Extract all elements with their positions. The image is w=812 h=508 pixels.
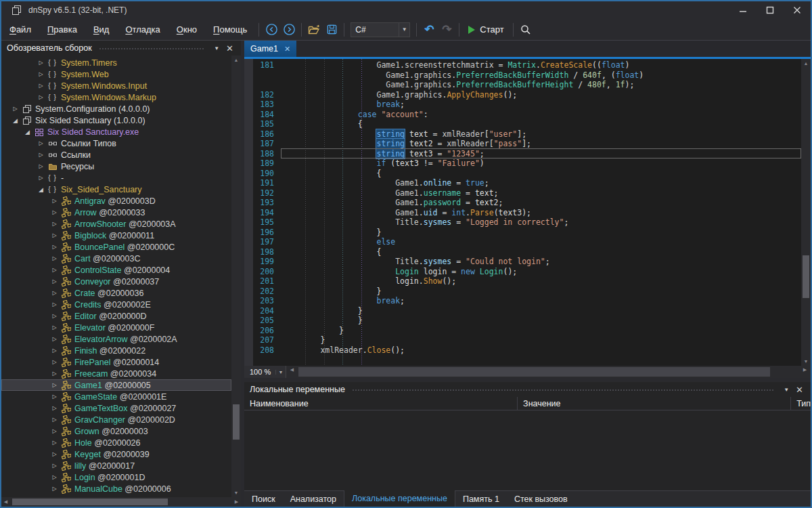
scroll-left-arrow[interactable]: ◀ [1, 499, 10, 505]
code-line[interactable]: 185 { [244, 119, 801, 129]
menu-item-help[interactable]: Помощь [205, 24, 255, 35]
expander-collapsed-icon[interactable]: ▷ [49, 232, 60, 238]
language-select[interactable]: C# ▼ [351, 22, 410, 37]
expander-collapsed-icon[interactable]: ▷ [35, 152, 47, 158]
expander-collapsed-icon[interactable]: ▷ [49, 463, 60, 469]
menu-item-view[interactable]: Вид [85, 24, 118, 35]
tree-item-manualcube[interactable]: ▷ManualCube @02000006 [1, 483, 231, 494]
code-line[interactable]: 187 string text2 = xmlReader["pass"]; [244, 139, 801, 149]
code-line[interactable]: 186 string text = xmlReader["user"]; [244, 129, 801, 140]
expander-collapsed-icon[interactable]: ▷ [49, 417, 60, 423]
scroll-up-arrow[interactable]: ▲ [231, 56, 241, 64]
tab-close-icon[interactable]: ✕ [284, 45, 290, 54]
expander-expanded-icon[interactable]: ◢ [22, 129, 33, 135]
tree-item-credits[interactable]: ▷Credits @0200002E [1, 299, 231, 310]
expander-collapsed-icon[interactable]: ▷ [49, 221, 60, 227]
expander-collapsed-icon[interactable]: ▷ [35, 83, 47, 89]
expander-collapsed-icon[interactable]: ▷ [35, 71, 47, 77]
tree-item-system-configuration-4-0-0-0-[interactable]: ▷System.Configuration (4.0.0.0) [1, 103, 231, 114]
tree-item-game1[interactable]: ▷Game1 @02000005 [1, 379, 231, 391]
code-line[interactable]: 194 Game1.uid = int.Parse(text3); [244, 208, 801, 218]
chevron-down-icon[interactable]: ▼ [210, 45, 223, 51]
tree-item-grown[interactable]: ▷Grown @02000003 [1, 425, 231, 437]
expander-collapsed-icon[interactable]: ▷ [49, 278, 60, 284]
tree-item-freecam[interactable]: ▷Freecam @02000034 [1, 368, 231, 379]
code-line[interactable]: 199 Title.sysmes = "Could not login"; [244, 257, 801, 267]
scroll-right-arrow[interactable]: ▶ [232, 499, 241, 505]
expander-expanded-icon[interactable]: ◢ [35, 186, 47, 193]
expander-collapsed-icon[interactable]: ▷ [49, 198, 60, 204]
expander-collapsed-icon[interactable]: ▷ [35, 94, 47, 100]
expander-collapsed-icon[interactable]: ▷ [49, 244, 60, 250]
code-editor[interactable]: 181 Game1.screenstretchmatrix = Matrix.C… [244, 59, 801, 366]
expander-collapsed-icon[interactable]: ▷ [49, 428, 60, 434]
tree-item--[interactable]: ▷{ }- [1, 172, 231, 184]
expander-collapsed-icon[interactable]: ▷ [49, 382, 60, 388]
panel-close-icon[interactable]: ✕ [223, 43, 237, 54]
code-line[interactable]: 203 break; [244, 296, 801, 306]
expander-collapsed-icon[interactable]: ▷ [49, 440, 60, 446]
code-line[interactable]: 192 Game1.username = text; [244, 188, 801, 198]
expander-collapsed-icon[interactable]: ▷ [49, 451, 60, 457]
chevron-down-icon[interactable]: ▼ [780, 387, 792, 393]
tree-item-hole[interactable]: ▷Hole @02000026 [1, 437, 231, 448]
code-line[interactable]: 182 Game1.graphics.ApplyChanges(); [244, 90, 801, 100]
expander-expanded-icon[interactable]: ◢ [9, 117, 21, 124]
bottom-tab-память-1[interactable]: Память 1 [455, 491, 507, 507]
expander-collapsed-icon[interactable]: ▷ [49, 347, 60, 354]
tree-item-bouncepanel[interactable]: ▷BouncePanel @0200000C [1, 241, 231, 253]
code-line[interactable]: 198 { [244, 247, 801, 257]
tree-item-gravchanger[interactable]: ▷GravChanger @0200002D [1, 414, 231, 425]
code-line[interactable]: 205 } [244, 316, 801, 326]
column-header-тип[interactable]: Тип [791, 397, 811, 410]
editor-vertical-scrollbar[interactable]: ▲ ▼ [801, 59, 811, 366]
chevron-down-icon[interactable]: ▼ [275, 370, 286, 375]
expander-collapsed-icon[interactable]: ▷ [9, 106, 21, 112]
scroll-down-arrow[interactable]: ▼ [231, 488, 241, 497]
tree-item-lilly[interactable]: ▷lilly @02000017 [1, 460, 231, 471]
tab-game1[interactable]: Game1 ✕ [244, 41, 296, 57]
expander-collapsed-icon[interactable]: ▷ [49, 209, 60, 215]
column-header-наименование[interactable]: Наименование [244, 397, 518, 410]
code-line[interactable]: 183 break; [244, 100, 801, 110]
bottom-tab-локальные-переменные[interactable]: Локальные переменные [344, 490, 455, 507]
expander-collapsed-icon[interactable]: ▷ [49, 313, 60, 319]
code-line[interactable]: 189 if (text3 != "Failure") [244, 158, 801, 169]
navigate-back-button[interactable] [263, 22, 280, 38]
search-assemblies-button[interactable] [517, 22, 535, 38]
tree-item-controlstate[interactable]: ▷ControlState @02000004 [1, 264, 231, 276]
menu-item-debug[interactable]: Отладка [117, 24, 168, 35]
code-line[interactable]: 200 Login login = new Login(); [244, 267, 801, 277]
expander-collapsed-icon[interactable]: ▷ [49, 324, 60, 331]
open-file-button[interactable] [305, 22, 323, 38]
expander-collapsed-icon[interactable]: ▷ [49, 267, 60, 273]
tree-item-finish[interactable]: ▷Finish @02000022 [1, 345, 231, 356]
scroll-right-arrow[interactable]: ▶ [800, 367, 809, 373]
save-button[interactable] [323, 22, 340, 38]
code-line[interactable]: Game1.graphics.PreferredBackBufferWidth … [244, 70, 801, 81]
tree-item-cart[interactable]: ▷Cart @0200003C [1, 253, 231, 264]
code-line[interactable]: 206 } [244, 326, 801, 336]
tree-item-gamestate[interactable]: ▷GameState @0200001E [1, 391, 231, 402]
expander-collapsed-icon[interactable]: ▷ [49, 290, 60, 296]
code-line[interactable]: 190 { [244, 169, 801, 179]
chevron-down-icon[interactable]: ▼ [399, 23, 409, 37]
scrollbar-thumb[interactable] [298, 367, 770, 377]
code-line[interactable]: 208 xmlReader.Close(); [244, 345, 801, 356]
expander-collapsed-icon[interactable]: ▷ [35, 175, 47, 181]
start-debug-button[interactable]: Старт [463, 22, 509, 38]
code-line[interactable]: 204 } [244, 306, 801, 316]
tree-item-system-web[interactable]: ▷{ }System.Web [1, 68, 231, 80]
tree-item--[interactable]: ▷Ссылки [1, 149, 231, 161]
scrollbar-thumb[interactable] [12, 499, 168, 505]
scrollbar-thumb[interactable] [803, 255, 809, 298]
code-line[interactable]: 201 login.Show(); [244, 276, 801, 287]
tree-item-editor[interactable]: ▷Editor @0200000D [1, 310, 231, 322]
expander-collapsed-icon[interactable]: ▷ [49, 486, 60, 492]
expander-collapsed-icon[interactable]: ▷ [35, 60, 47, 66]
tree-item-six-sided-sanctuary-1-0-0-0-[interactable]: ◢Six Sided Sanctuary (1.0.0.0) [1, 114, 231, 126]
editor-horizontal-scrollbar[interactable]: ◀ ▶ [286, 366, 811, 378]
code-line[interactable]: 188 string text3 = "12345"; [244, 149, 801, 159]
tree-item--[interactable]: ▷Ссылки Типов [1, 137, 231, 149]
scrollbar-thumb[interactable] [233, 404, 240, 440]
